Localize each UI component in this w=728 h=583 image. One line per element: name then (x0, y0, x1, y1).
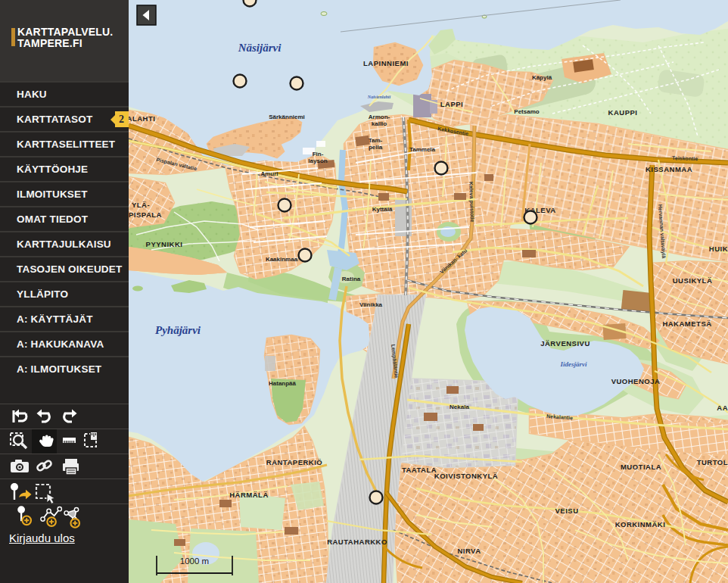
svg-text:layson: layson (308, 157, 327, 164)
svg-text:HAKAMETSÄ: HAKAMETSÄ (662, 320, 711, 328)
svg-text:KOIVISTONKYLÄ: KOIVISTONKYLÄ (434, 472, 498, 480)
svg-text:1000 m: 1000 m (180, 556, 209, 566)
svg-text:PISPALA: PISPALA (129, 210, 162, 219)
svg-text:Käpylä: Käpylä (532, 74, 552, 81)
svg-text:TAATALA: TAATALA (402, 466, 437, 474)
svg-text:RANTAPERKIÖ: RANTAPERKIÖ (266, 458, 322, 466)
svg-text:VUOHENOJA: VUOHENOJA (611, 377, 661, 385)
svg-text:TALAHTI: TALAHTI (129, 114, 155, 123)
svg-text:LAPINNIEMI: LAPINNIEMI (363, 59, 409, 67)
svg-text:NIRVA: NIRVA (457, 547, 481, 555)
svg-text:kallio: kallio (372, 120, 387, 127)
svg-text:Pyhäjärvi: Pyhäjärvi (155, 324, 201, 336)
svg-text:KAUPPI: KAUPPI (608, 108, 638, 117)
svg-text:Kaakinmaa: Kaakinmaa (266, 256, 298, 263)
svg-text:Tammela: Tammela (409, 146, 436, 153)
svg-text:pella: pella (369, 144, 383, 151)
svg-text:VEISU: VEISU (555, 507, 578, 515)
svg-text:Armon-: Armon- (369, 114, 390, 120)
svg-text:Ratina: Ratina (342, 276, 361, 282)
svg-text:TURTOL: TURTOL (697, 458, 728, 466)
svg-text:JÄRVENSIVU: JÄRVENSIVU (540, 339, 590, 348)
svg-text:UUSIKYLÄ: UUSIKYLÄ (673, 276, 713, 285)
svg-text:RAUTAHARKKO: RAUTAHARKKO (327, 538, 387, 546)
svg-text:Näsijärvi: Näsijärvi (238, 42, 282, 54)
svg-text:KISSANMAA: KISSANMAA (646, 165, 692, 173)
svg-text:Teiskontie: Teiskontie (672, 155, 698, 161)
svg-text:Viinikka: Viinikka (359, 301, 383, 308)
svg-text:Fin-: Fin- (313, 151, 324, 157)
svg-text:KORKINMÄKI: KORKINMÄKI (615, 520, 666, 528)
svg-text:HÄRMÄLÄ: HÄRMÄLÄ (229, 491, 269, 499)
svg-text:AA: AA (717, 404, 728, 412)
svg-text:Nekala: Nekala (450, 404, 469, 410)
svg-text:Särkänniemi: Särkänniemi (269, 114, 305, 120)
svg-text:MUOTIALA: MUOTIALA (621, 463, 661, 471)
svg-text:PYYNIKKI: PYYNIKKI (146, 240, 183, 248)
svg-text:Naistenlahti: Naistenlahti (367, 95, 391, 99)
svg-text:HUIK: HUIK (709, 245, 728, 253)
svg-text:Kyttälä: Kyttälä (372, 206, 393, 213)
svg-text:YLÄ-: YLÄ- (132, 201, 150, 209)
svg-text:Hatanpää: Hatanpää (269, 380, 297, 387)
svg-text:Iidesjärvi: Iidesjärvi (560, 360, 587, 368)
svg-text:Tam-: Tam- (369, 137, 383, 144)
svg-text:Petsamo: Petsamo (514, 108, 539, 115)
svg-text:LAPPI: LAPPI (440, 100, 463, 108)
svg-text:Amuri: Amuri (260, 170, 278, 177)
